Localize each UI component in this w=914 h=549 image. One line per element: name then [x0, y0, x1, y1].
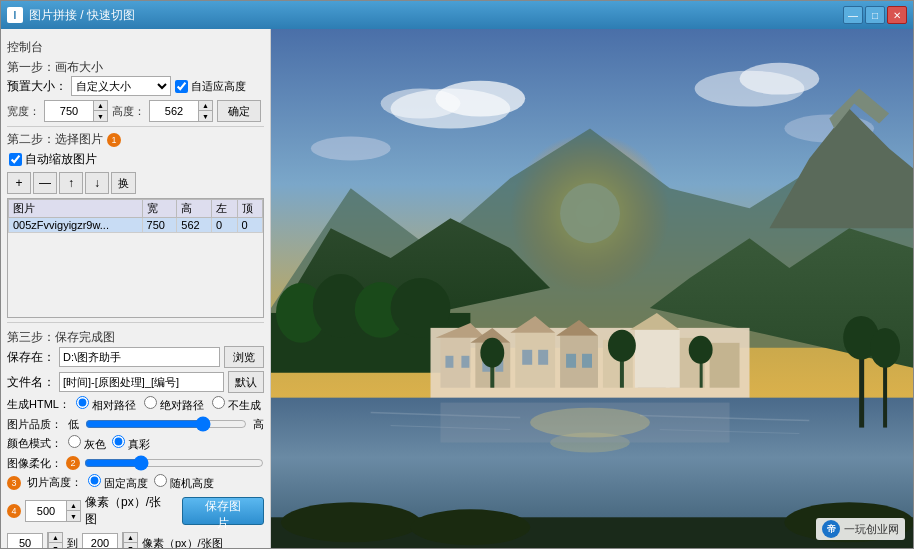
col-left: 左 [212, 200, 237, 218]
color-gray-radio[interactable] [68, 435, 81, 448]
auto-scale-checkbox[interactable] [9, 153, 22, 166]
svg-rect-56 [440, 403, 729, 443]
auto-scale-text: 自动缩放图片 [25, 151, 97, 168]
step3-section: 第三步：保存完成图 保存在： 浏览 文件名： 默认 生成HTML： [7, 329, 264, 548]
color-label: 颜色模式： [7, 436, 62, 451]
quality-slider[interactable] [85, 416, 247, 432]
svg-rect-40 [710, 343, 740, 388]
range-from-input[interactable] [7, 533, 43, 548]
height-spin-buttons: ▲ ▼ [198, 101, 212, 121]
quality-high: 高 [253, 417, 264, 432]
app-icon: I [7, 7, 23, 23]
slice-input-row: 4 ▲ ▼ 像素（px）/张图 保存图片 [7, 494, 264, 528]
confirm-button[interactable]: 确定 [217, 100, 261, 122]
html-relative-radio[interactable] [76, 396, 89, 409]
height-down-button[interactable]: ▼ [198, 111, 212, 121]
smooth-label: 图像柔化： [7, 456, 62, 471]
maximize-button[interactable]: □ [865, 6, 885, 24]
range-unit: 像素（px）/张图 [142, 536, 223, 549]
svg-point-44 [480, 338, 504, 368]
swap-button[interactable]: 换 [111, 172, 136, 194]
watermark-icon-text: 帝 [827, 523, 836, 536]
watermark: 帝 一玩创业网 [816, 518, 905, 540]
html-none-radio[interactable] [212, 396, 225, 409]
slice-fixed-label: 固定高度 [88, 474, 148, 491]
divider1 [7, 126, 264, 127]
svg-rect-31 [522, 350, 532, 365]
range-from-up[interactable]: ▲ [48, 533, 62, 543]
slice-random-text: 随机高度 [170, 477, 214, 489]
adaptive-height-label: 自适应高度 [191, 79, 246, 94]
svg-rect-29 [515, 333, 555, 388]
html-absolute-label: 绝对路径 [144, 396, 204, 413]
width-spin-buttons: ▲ ▼ [93, 101, 107, 121]
smooth-slider[interactable] [84, 455, 264, 471]
range-row: ▲ ▼ 到 ▲ ▼ 像素（px）/张图 [7, 532, 264, 548]
quality-low: 低 [68, 417, 79, 432]
preview-panel: 帝 一玩创业网 [271, 29, 913, 548]
smooth-row: 图像柔化： 2 [7, 455, 264, 471]
save-path-input[interactable] [59, 347, 220, 367]
quality-label: 图片品质： [7, 417, 62, 432]
landscape-preview [271, 29, 913, 548]
range-to-down[interactable]: ▼ [123, 543, 137, 548]
save-images-button[interactable]: 保存图片 [182, 497, 264, 525]
smooth-circle: 2 [66, 456, 80, 470]
color-true-label: 真彩 [112, 435, 150, 452]
canvas-size-select[interactable]: 自定义大小 800×600 1024×768 1280×720 1920×108… [71, 76, 171, 96]
canvas-size-row: 预置大小： 自定义大小 800×600 1024×768 1280×720 19… [7, 76, 264, 96]
step2-label: 第二步：选择图片 [7, 131, 103, 148]
close-button[interactable]: ✕ [887, 6, 907, 24]
width-down-button[interactable]: ▼ [93, 111, 107, 121]
minimize-button[interactable]: — [843, 6, 863, 24]
html-absolute-text: 绝对路径 [160, 399, 204, 411]
watermark-icon: 帝 [822, 520, 840, 538]
title-bar-left: I 图片拼接 / 快速切图 [7, 7, 135, 24]
browse-button[interactable]: 浏览 [224, 346, 264, 368]
height-input[interactable] [150, 101, 198, 121]
adaptive-height-checkbox[interactable] [175, 80, 188, 93]
height-up-button[interactable]: ▲ [198, 101, 212, 111]
range-from-down[interactable]: ▼ [48, 543, 62, 548]
svg-rect-24 [461, 356, 469, 368]
width-up-button[interactable]: ▲ [93, 101, 107, 111]
svg-rect-33 [560, 336, 598, 388]
default-button[interactable]: 默认 [228, 371, 264, 393]
svg-point-62 [281, 502, 421, 542]
cell-top: 0 [237, 218, 262, 233]
html-relative-text: 相对路径 [92, 399, 136, 411]
slice-value-input[interactable] [26, 501, 66, 521]
slice-height-row: 3 切片高度： 固定高度 随机高度 [7, 474, 264, 491]
slice-random-radio[interactable] [154, 474, 167, 487]
svg-rect-58 [859, 348, 864, 428]
svg-rect-60 [883, 358, 887, 428]
svg-point-7 [740, 63, 820, 95]
color-gray-text: 灰色 [84, 438, 106, 450]
move-down-button[interactable]: ↓ [85, 172, 109, 194]
range-to-input[interactable] [82, 533, 118, 548]
move-up-button[interactable]: ↑ [59, 172, 83, 194]
add-image-button[interactable]: + [7, 172, 31, 194]
width-input-group: ▲ ▼ [44, 100, 108, 122]
main-content: 控制台 第一步：画布大小 预置大小： 自定义大小 800×600 1024×76… [1, 29, 913, 548]
remove-image-button[interactable]: — [33, 172, 57, 194]
slice-fixed-radio[interactable] [88, 474, 101, 487]
step2-circle: 1 [107, 133, 121, 147]
cell-height: 562 [177, 218, 212, 233]
filename-input[interactable] [59, 372, 224, 392]
table-row[interactable]: 005zFvvigyigzr9w... 750 562 0 0 [9, 218, 263, 233]
divider2 [7, 322, 264, 323]
slice-down-button[interactable]: ▼ [66, 511, 80, 521]
html-absolute-radio[interactable] [144, 396, 157, 409]
range-to-up[interactable]: ▲ [123, 533, 137, 543]
table-header-row: 图片 宽 高 左 顶 [9, 200, 263, 218]
main-window: I 图片拼接 / 快速切图 — □ ✕ 控制台 第一步：画布大小 预置大小： 自… [0, 0, 914, 549]
slice-up-button[interactable]: ▲ [66, 501, 80, 511]
wh-row: 宽度： ▲ ▼ 高度： ▲ ▼ [7, 100, 264, 122]
slice-spin-buttons: ▲ ▼ [66, 501, 80, 521]
color-true-radio[interactable] [112, 435, 125, 448]
col-height: 高 [177, 200, 212, 218]
html-none-label: 不生成 [212, 396, 261, 413]
html-none-text: 不生成 [228, 399, 261, 411]
width-input[interactable] [45, 101, 93, 121]
